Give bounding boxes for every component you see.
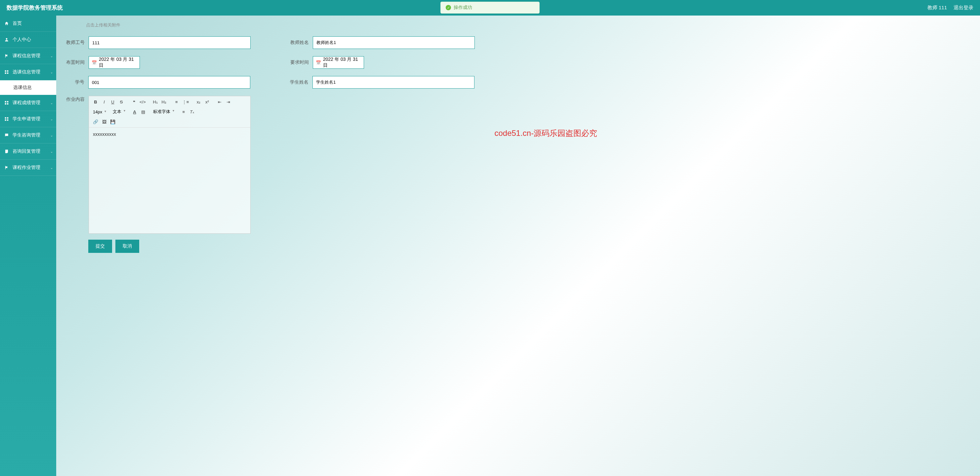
ordered-list-button[interactable]: ≡ — [173, 98, 181, 105]
svg-rect-2 — [7, 70, 8, 72]
sidebar-item-label: 选课信息管理 — [13, 69, 40, 75]
sidebar-item-label: 课程作业管理 — [13, 165, 40, 170]
editor-toolbar: B I U S ❝ </> H₁ H₂ ≡ ⋮≡ x₂ x² — [89, 96, 250, 127]
chevron-down-icon: ⌄ — [50, 134, 53, 137]
sidebar-item-label: 学生申请管理 — [13, 116, 40, 122]
student-id-label: 学号 — [66, 79, 84, 85]
outdent-button[interactable]: ⇥ — [224, 98, 232, 105]
sidebar-item-label: 课程成绩管理 — [13, 100, 40, 106]
sidebar-item-profile[interactable]: 个人中心 — [0, 32, 56, 48]
sidebar-item-label: 咨询回复管理 — [13, 148, 40, 154]
chat-icon — [4, 133, 9, 137]
sidebar-item-course-info[interactable]: 课程信息管理 ⌄ — [0, 48, 56, 64]
svg-rect-8 — [7, 103, 8, 105]
sidebar-item-grades[interactable]: 课程成绩管理 ⌄ — [0, 95, 56, 111]
svg-rect-5 — [5, 101, 6, 102]
superscript-button[interactable]: x² — [203, 98, 211, 105]
h1-button[interactable]: H₁ — [151, 98, 159, 105]
svg-rect-11 — [5, 119, 6, 121]
sidebar-item-label: 首页 — [13, 21, 22, 27]
link-button[interactable]: 🔗 — [92, 118, 100, 125]
editor-content[interactable]: xxxxxxxxxx — [89, 127, 250, 233]
upload-hint[interactable]: 点击上传相关附件 — [86, 22, 970, 28]
bg-color-button[interactable]: ▨ — [139, 108, 147, 115]
chevron-down-icon: ⌄ — [50, 166, 53, 170]
quote-button[interactable]: ❝ — [130, 98, 138, 105]
calendar-icon: 📅 — [316, 60, 321, 65]
grid-icon — [4, 100, 9, 105]
svg-rect-3 — [5, 72, 6, 74]
teacher-name-input[interactable] — [313, 37, 475, 49]
header-right: 教师 111 退出登录 — [928, 5, 974, 11]
sidebar-item-homework[interactable]: 课程作业管理 ⌄ — [0, 160, 56, 176]
app-header: 数据学院教务管理系统 ✓ 操作成功 教师 111 退出登录 — [0, 0, 980, 16]
teacher-id-label: 教师工号 — [66, 40, 84, 46]
rich-editor: B I U S ❝ </> H₁ H₂ ≡ ⋮≡ x₂ x² — [89, 96, 251, 234]
sidebar-item-replies[interactable]: 咨询回复管理 ⌄ — [0, 143, 56, 160]
font-family-select[interactable]: 标准字体 — [152, 108, 175, 115]
user-role[interactable]: 教师 111 — [928, 5, 947, 11]
text-color-button[interactable]: A — [130, 108, 138, 115]
svg-rect-12 — [7, 119, 8, 121]
svg-rect-4 — [7, 72, 8, 74]
italic-button[interactable]: I — [100, 98, 108, 105]
save-button[interactable]: 💾 — [109, 118, 117, 125]
app-title: 数据学院教务管理系统 — [6, 4, 63, 11]
underline-button[interactable]: U — [109, 98, 117, 105]
sidebar-item-applications[interactable]: 学生申请管理 ⌄ — [0, 111, 56, 127]
sidebar-subitem-select-info[interactable]: 选课信息 — [0, 80, 56, 95]
sidebar-item-label: 课程信息管理 — [13, 53, 40, 59]
svg-point-0 — [6, 38, 8, 40]
font-size-select[interactable]: 14px — [92, 109, 107, 115]
home-icon — [4, 21, 9, 26]
calendar-icon: 📅 — [92, 60, 97, 65]
sidebar-item-home[interactable]: 首页 — [0, 16, 56, 32]
require-time-input[interactable]: 📅 2022 年 03 月 31 日 — [313, 56, 364, 69]
svg-rect-1 — [5, 70, 6, 72]
assign-time-input[interactable]: 📅 2022 年 03 月 31 日 — [89, 56, 140, 69]
grid-icon — [4, 117, 9, 121]
assign-time-value: 2022 年 03 月 31 日 — [99, 57, 137, 68]
require-time-label: 要求时间 — [290, 59, 309, 65]
unordered-list-button[interactable]: ⋮≡ — [181, 98, 190, 105]
submit-button[interactable]: 提交 — [88, 240, 112, 253]
image-button[interactable]: 🖼 — [100, 118, 108, 125]
chevron-down-icon: ⌄ — [50, 101, 53, 105]
subscript-button[interactable]: x₂ — [194, 98, 202, 105]
main-content: 点击上传相关附件 教师工号 教师姓名 布置时间 📅 2022 年 03 月 31… — [56, 16, 980, 476]
grid-icon — [4, 70, 9, 74]
cancel-button[interactable]: 取消 — [115, 240, 139, 253]
code-button[interactable]: </> — [138, 98, 147, 105]
flag-icon — [4, 165, 9, 170]
check-icon: ✓ — [446, 5, 451, 10]
sidebar-item-label: 个人中心 — [13, 37, 31, 43]
font-style-select[interactable]: 文本 — [111, 108, 126, 115]
svg-rect-10 — [7, 117, 8, 119]
require-time-value: 2022 年 03 月 31 日 — [323, 57, 361, 68]
student-name-label: 学生姓名 — [290, 79, 309, 85]
clear-format-button[interactable]: Tₓ — [188, 108, 196, 115]
teacher-id-input[interactable] — [89, 37, 251, 49]
chevron-down-icon: ⌄ — [50, 150, 53, 153]
assign-time-label: 布置时间 — [66, 59, 84, 65]
sidebar-item-label: 学生咨询管理 — [13, 132, 40, 138]
sidebar-item-course-select[interactable]: 选课信息管理 ⌄ — [0, 64, 56, 80]
sidebar: 首页 个人中心 课程信息管理 ⌄ 选课信息管理 ⌄ 选课信息 课程成绩管理 ⌄ … — [0, 16, 56, 476]
note-icon — [4, 149, 9, 154]
svg-rect-9 — [5, 117, 6, 119]
svg-rect-6 — [7, 101, 8, 102]
student-id-input[interactable] — [88, 76, 250, 89]
indent-button[interactable]: ⇤ — [216, 98, 224, 105]
bold-button[interactable]: B — [92, 98, 100, 105]
chevron-down-icon: ⌄ — [50, 54, 53, 58]
svg-rect-7 — [5, 103, 6, 105]
align-button[interactable]: ≡ — [180, 108, 188, 115]
student-name-input[interactable] — [312, 76, 474, 89]
chevron-down-icon: ⌄ — [50, 117, 53, 121]
h2-button[interactable]: H₂ — [160, 98, 168, 105]
sidebar-item-consultation[interactable]: 学生咨询管理 ⌄ — [0, 127, 56, 143]
strike-button[interactable]: S — [118, 98, 125, 105]
logout-button[interactable]: 退出登录 — [953, 5, 974, 11]
flag-icon — [4, 54, 9, 58]
user-icon — [4, 37, 9, 42]
